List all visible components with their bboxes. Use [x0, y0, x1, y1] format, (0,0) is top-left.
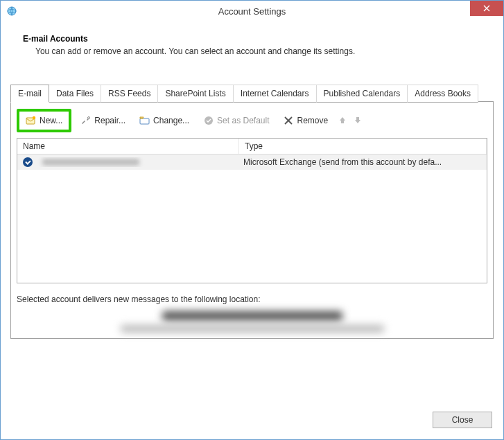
tab-rss-feeds[interactable]: RSS Feeds [101, 85, 158, 103]
toolbar: New... Repair... Change... [11, 102, 493, 138]
repair-button-label: Repair... [94, 116, 125, 125]
set-default-button: Set as Default [198, 112, 274, 129]
svg-rect-5 [140, 118, 149, 124]
default-account-icon [23, 157, 33, 167]
account-type-cell: Microsoft Exchange (send from this accou… [238, 156, 487, 168]
app-icon [6, 6, 17, 17]
titlebar: Account Settings [1, 1, 503, 21]
move-down-button [352, 116, 363, 126]
window-title: Account Settings [1, 6, 503, 17]
redacted-account-name [42, 159, 139, 166]
tab-address-books[interactable]: Address Books [407, 85, 478, 103]
remove-button-label: Remove [297, 116, 328, 125]
tab-panel-email: New... Repair... Change... [10, 101, 494, 339]
tab-published-calendars[interactable]: Published Calendars [316, 85, 408, 103]
svg-point-0 [8, 7, 16, 15]
tab-sharepoint-lists[interactable]: SharePoint Lists [157, 85, 233, 103]
change-button-label: Change... [153, 116, 189, 125]
tab-strip: E-mail Data Files RSS Feeds SharePoint L… [10, 84, 494, 102]
table-row[interactable]: Microsoft Exchange (send from this accou… [17, 155, 487, 170]
accounts-list[interactable]: Name Type Microsoft Exchange (send from … [17, 138, 487, 283]
remove-button[interactable]: Remove [278, 112, 333, 129]
close-icon [483, 5, 490, 12]
close-button[interactable]: Close [433, 412, 492, 428]
redacted-line [162, 311, 342, 321]
section-description: You can add or remove an account. You ca… [35, 46, 494, 56]
redacted-line [121, 325, 384, 333]
tools-icon [80, 115, 92, 126]
check-circle-icon [203, 115, 214, 126]
mail-new-icon [26, 115, 37, 126]
new-button-label: New... [40, 116, 62, 125]
column-header-name[interactable]: Name [17, 139, 239, 154]
move-up-button [337, 116, 348, 126]
list-header: Name Type [17, 139, 487, 155]
repair-button[interactable]: Repair... [76, 112, 130, 129]
change-folder-icon [139, 115, 150, 126]
svg-point-3 [33, 116, 35, 119]
delivery-location-value [11, 311, 493, 333]
window-close-button[interactable] [470, 1, 503, 16]
tab-email[interactable]: E-mail [10, 85, 49, 103]
svg-point-4 [88, 117, 90, 119]
delivery-location-label: Selected account delivers new messages t… [17, 294, 487, 304]
change-button[interactable]: Change... [134, 112, 194, 129]
arrow-up-icon [338, 116, 347, 124]
set-default-label: Set as Default [217, 116, 269, 125]
account-settings-dialog: Account Settings E-mail Accounts You can… [0, 0, 504, 440]
tab-data-files[interactable]: Data Files [49, 85, 101, 103]
new-button[interactable]: New... [21, 112, 67, 129]
highlight-new-button: New... [17, 109, 71, 132]
column-header-type[interactable]: Type [239, 139, 487, 154]
account-name-cell [33, 157, 238, 167]
remove-x-icon [283, 115, 294, 126]
section-title: E-mail Accounts [23, 34, 494, 44]
dialog-button-bar: Close [433, 412, 492, 428]
tab-internet-calendars[interactable]: Internet Calendars [233, 85, 317, 103]
arrow-down-icon [354, 116, 362, 124]
